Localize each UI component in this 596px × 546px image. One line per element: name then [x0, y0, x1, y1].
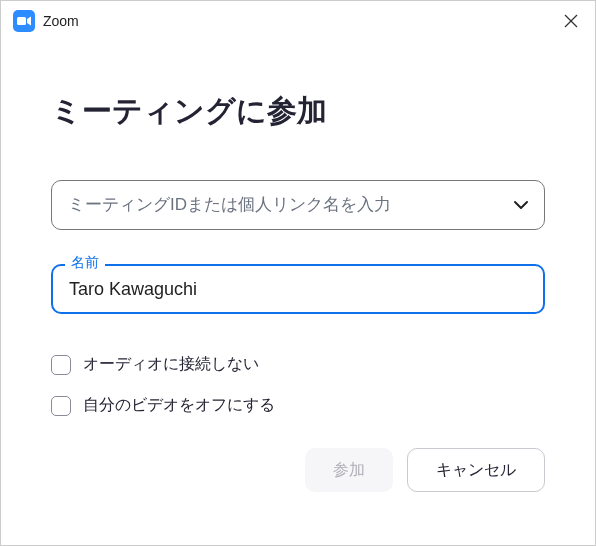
- option-no-video[interactable]: 自分のビデオをオフにする: [51, 395, 545, 416]
- label-no-audio: オーディオに接続しない: [83, 354, 259, 375]
- button-row: 参加 キャンセル: [51, 448, 545, 492]
- name-field-label: 名前: [65, 254, 105, 272]
- checkbox-no-audio[interactable]: [51, 355, 71, 375]
- label-no-video: 自分のビデオをオフにする: [83, 395, 275, 416]
- dialog-heading: ミーティングに参加: [51, 91, 545, 132]
- svg-rect-0: [17, 17, 26, 25]
- name-input[interactable]: [51, 264, 545, 314]
- close-icon: [564, 14, 578, 28]
- cancel-button[interactable]: キャンセル: [407, 448, 545, 492]
- meeting-id-field-wrap: [51, 180, 545, 230]
- close-button[interactable]: [559, 9, 583, 33]
- titlebar: Zoom: [1, 1, 595, 41]
- zoom-app-icon: [13, 10, 35, 32]
- name-field-wrap: 名前: [51, 264, 545, 314]
- dialog-content: ミーティングに参加 名前 オーディオに接続しない 自分のビデオをオフにする 参加…: [1, 41, 595, 492]
- option-no-audio[interactable]: オーディオに接続しない: [51, 354, 545, 375]
- join-button[interactable]: 参加: [305, 448, 393, 492]
- checkbox-no-video[interactable]: [51, 396, 71, 416]
- meeting-id-input[interactable]: [51, 180, 545, 230]
- titlebar-left: Zoom: [13, 10, 79, 32]
- window-title: Zoom: [43, 13, 79, 29]
